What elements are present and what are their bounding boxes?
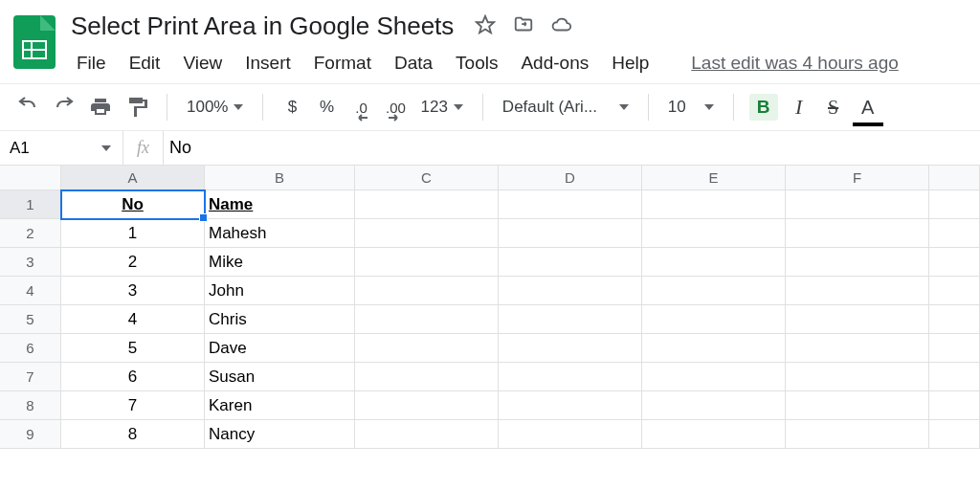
cell[interactable] (786, 334, 929, 363)
cell-a5[interactable]: 4 (61, 305, 205, 334)
col-header-e[interactable]: E (642, 166, 786, 190)
menu-format[interactable]: Format (304, 49, 381, 78)
last-edit-link[interactable]: Last edit was 4 hours ago (681, 49, 908, 78)
bold-button[interactable]: B (749, 94, 778, 121)
cell[interactable] (642, 305, 786, 334)
cell[interactable] (929, 363, 980, 391)
name-box[interactable]: A1 (0, 139, 122, 158)
cell-a4[interactable]: 3 (61, 277, 205, 305)
cell[interactable] (786, 277, 929, 305)
redo-icon[interactable] (50, 94, 78, 121)
cell[interactable] (355, 190, 499, 219)
cell-b4[interactable]: John (205, 277, 355, 305)
row-header-1[interactable]: 1 (0, 190, 61, 219)
menu-help[interactable]: Help (602, 49, 658, 78)
cell[interactable] (929, 334, 980, 363)
zoom-dropdown[interactable]: 100% (183, 98, 247, 117)
cell[interactable] (786, 305, 929, 334)
cell[interactable] (499, 420, 642, 449)
cell[interactable] (499, 334, 642, 363)
row-header-2[interactable]: 2 (0, 219, 61, 248)
cell-a8[interactable]: 7 (61, 391, 205, 420)
cell[interactable] (786, 363, 929, 391)
cell-a6[interactable]: 5 (61, 334, 205, 363)
cell[interactable] (929, 391, 980, 420)
cell[interactable] (499, 363, 642, 391)
paint-format-icon[interactable] (122, 94, 151, 121)
cell[interactable] (642, 277, 786, 305)
cell-b9[interactable]: Nancy (205, 420, 355, 449)
col-header-c[interactable]: C (355, 166, 499, 190)
col-header-f[interactable]: F (786, 166, 929, 190)
cell-a3[interactable]: 2 (61, 248, 205, 277)
select-all-corner[interactable] (0, 166, 61, 190)
sheets-logo[interactable] (10, 8, 67, 69)
cell[interactable] (642, 190, 786, 219)
cell-a9[interactable]: 8 (61, 420, 205, 449)
menu-view[interactable]: View (173, 49, 232, 78)
cell[interactable] (499, 277, 642, 305)
increase-decimal-button[interactable]: .00 (382, 94, 409, 121)
strikethrough-button[interactable]: S (820, 94, 847, 121)
cell[interactable] (929, 277, 980, 305)
cell[interactable] (929, 248, 980, 277)
cell[interactable] (642, 420, 786, 449)
formula-input[interactable]: No (164, 138, 197, 158)
cell-b7[interactable]: Susan (205, 363, 355, 391)
cell[interactable] (499, 391, 642, 420)
cell[interactable] (499, 248, 642, 277)
font-dropdown[interactable]: Default (Ari... (499, 98, 633, 117)
row-header-5[interactable]: 5 (0, 305, 61, 334)
move-icon[interactable] (513, 14, 534, 39)
menu-addons[interactable]: Add-ons (511, 49, 598, 78)
cell[interactable] (642, 391, 786, 420)
text-color-button[interactable]: A (855, 94, 881, 121)
cell[interactable] (786, 420, 929, 449)
cell[interactable] (929, 305, 980, 334)
menu-data[interactable]: Data (385, 49, 442, 78)
cell-a7[interactable]: 6 (61, 363, 205, 391)
cell-b1[interactable]: Name (205, 190, 355, 219)
decrease-decimal-button[interactable]: .0 (347, 94, 374, 121)
cell[interactable] (355, 305, 499, 334)
row-header-6[interactable]: 6 (0, 334, 61, 363)
cell[interactable] (355, 277, 499, 305)
col-header-g[interactable] (929, 166, 980, 190)
cell-a2[interactable]: 1 (61, 219, 205, 248)
cell[interactable] (786, 391, 929, 420)
undo-icon[interactable] (13, 94, 42, 121)
cell[interactable] (355, 420, 499, 449)
menu-tools[interactable]: Tools (446, 49, 507, 78)
col-header-d[interactable]: D (499, 166, 642, 190)
cell[interactable] (355, 363, 499, 391)
col-header-b[interactable]: B (205, 166, 355, 190)
cell[interactable] (499, 190, 642, 219)
cell[interactable] (499, 305, 642, 334)
cell[interactable] (355, 334, 499, 363)
italic-button[interactable]: I (786, 94, 813, 121)
cell[interactable] (642, 363, 786, 391)
cell-b8[interactable]: Karen (205, 391, 355, 420)
cell[interactable] (499, 219, 642, 248)
cell-b3[interactable]: Mike (205, 248, 355, 277)
currency-button[interactable]: $ (278, 94, 305, 121)
cell[interactable] (642, 334, 786, 363)
cell[interactable] (355, 248, 499, 277)
cell[interactable] (642, 219, 786, 248)
cell[interactable] (929, 190, 980, 219)
row-header-7[interactable]: 7 (0, 363, 61, 391)
cell-a1[interactable]: No (61, 190, 205, 219)
cell[interactable] (642, 248, 786, 277)
print-icon[interactable] (86, 94, 115, 121)
cell[interactable] (786, 190, 929, 219)
font-size-dropdown[interactable]: 10 (664, 98, 718, 117)
row-header-8[interactable]: 8 (0, 391, 61, 420)
row-header-9[interactable]: 9 (0, 420, 61, 449)
menu-file[interactable]: File (67, 49, 116, 78)
menu-edit[interactable]: Edit (120, 49, 170, 78)
cell-b5[interactable]: Chris (205, 305, 355, 334)
cell[interactable] (786, 248, 929, 277)
menu-insert[interactable]: Insert (235, 49, 301, 78)
cell[interactable] (355, 219, 499, 248)
cell-b6[interactable]: Dave (205, 334, 355, 363)
